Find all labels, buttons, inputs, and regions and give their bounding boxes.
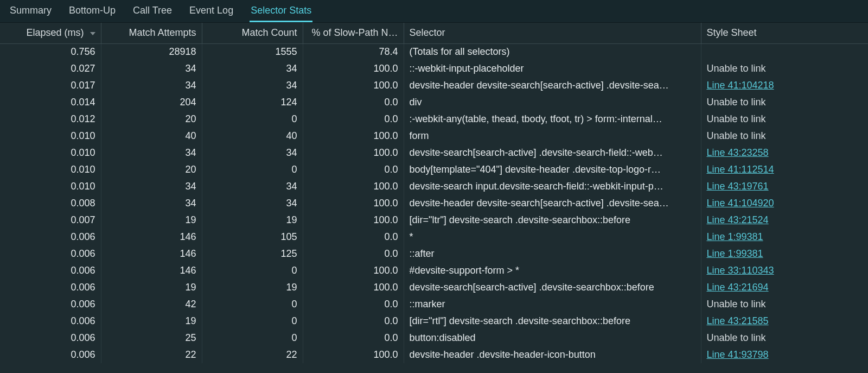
cell-elapsed: 0.006 [0, 296, 101, 313]
cell-attempts: 25 [101, 330, 202, 346]
cell-count: 0 [202, 111, 303, 128]
table-row[interactable]: 0.0103434100.0devsite-search input.devsi… [0, 178, 868, 195]
cell-count: 40 [202, 128, 303, 144]
cell-count: 0 [202, 296, 303, 313]
cell-attempts: 146 [101, 245, 202, 262]
col-header-slow[interactable]: % of Slow-Path N… [303, 23, 404, 43]
table-row[interactable]: 0.0061900.0[dir="rtl"] devsite-search .d… [0, 313, 868, 330]
cell-count: 34 [202, 60, 303, 77]
cell-slow: 0.0 [303, 94, 404, 111]
tab-label: Summary [10, 5, 52, 16]
cell-attempts: 34 [101, 60, 202, 77]
col-header-selector[interactable]: Selector [404, 23, 701, 43]
col-header-label: Elapsed (ms) [26, 27, 84, 38]
cell-selector: body[template="404"] devsite-header .dev… [404, 161, 701, 178]
cell-count: 34 [202, 178, 303, 195]
panel-tabs: SummaryBottom-UpCall TreeEvent LogSelect… [0, 0, 868, 23]
cell-slow: 0.0 [303, 313, 404, 330]
cell-attempts: 22 [101, 346, 202, 363]
cell-stylesheet: Line 43:21585 [701, 313, 868, 330]
cell-attempts: 19 [101, 279, 202, 296]
cell-elapsed: 0.006 [0, 279, 101, 296]
stylesheet-link[interactable]: Line 43:21694 [707, 282, 769, 293]
stylesheet-link[interactable]: Line 41:112514 [707, 164, 774, 175]
tab-bottom-up[interactable]: Bottom-Up [68, 0, 117, 22]
table-row[interactable]: 0.0142041240.0divUnable to link [0, 94, 868, 111]
cell-count: 34 [202, 195, 303, 212]
cell-slow: 100.0 [303, 144, 404, 161]
cell-slow: 0.0 [303, 296, 404, 313]
table-row[interactable]: 0.0273434100.0::-webkit-input-placeholde… [0, 60, 868, 77]
tab-selector-stats[interactable]: Selector Stats [250, 0, 312, 22]
cell-elapsed: 0.006 [0, 229, 101, 245]
tab-label: Call Tree [133, 5, 172, 16]
cell-elapsed: 0.010 [0, 128, 101, 144]
table-row[interactable]: 0.0061461250.0::afterLine 1:99381 [0, 245, 868, 262]
table-row[interactable]: 0.0104040100.0formUnable to link [0, 128, 868, 144]
cell-slow: 100.0 [303, 195, 404, 212]
cell-attempts: 20 [101, 111, 202, 128]
stylesheet-link[interactable]: Line 41:104920 [707, 198, 774, 208]
stylesheet-text: Unable to link [707, 332, 766, 343]
tab-label: Event Log [189, 5, 233, 16]
stylesheet-link[interactable]: Line 43:23258 [707, 147, 769, 158]
cell-count: 19 [202, 212, 303, 229]
cell-selector: [dir="ltr"] devsite-search .devsite-sear… [404, 212, 701, 229]
cell-selector: * [404, 229, 701, 245]
tab-summary[interactable]: Summary [9, 0, 53, 22]
table-row[interactable]: 0.0103434100.0devsite-search[search-acti… [0, 144, 868, 161]
cell-stylesheet: Unable to link [701, 111, 868, 128]
stylesheet-link[interactable]: Line 41:93798 [707, 349, 769, 360]
cell-stylesheet: Line 43:19761 [701, 178, 868, 195]
table-row[interactable]: 0.0061919100.0devsite-search[search-acti… [0, 279, 868, 296]
stylesheet-link[interactable]: Line 41:104218 [707, 80, 774, 91]
cell-attempts: 204 [101, 94, 202, 111]
stylesheet-link[interactable]: Line 1:99381 [707, 248, 763, 259]
stylesheet-link[interactable]: Line 1:99381 [707, 231, 763, 242]
stylesheet-link[interactable]: Line 43:21585 [707, 315, 769, 326]
cell-slow: 0.0 [303, 161, 404, 178]
cell-slow: 78.4 [303, 43, 404, 60]
cell-stylesheet: Line 41:93798 [701, 346, 868, 363]
cell-selector: ::-webkit-input-placeholder [404, 60, 701, 77]
table-row[interactable]: 0.75628918155578.4(Totals for all select… [0, 43, 868, 60]
sort-descending-icon [90, 32, 95, 35]
col-header-elapsed[interactable]: Elapsed (ms) [0, 23, 101, 43]
table-row[interactable]: 0.0062500.0button:disabledUnable to link [0, 330, 868, 346]
cell-slow: 100.0 [303, 212, 404, 229]
cell-slow: 100.0 [303, 178, 404, 195]
cell-selector: devsite-header devsite-search[search-act… [404, 195, 701, 212]
cell-slow: 100.0 [303, 346, 404, 363]
table-row[interactable]: 0.0061461050.0*Line 1:99381 [0, 229, 868, 245]
table-row[interactable]: 0.0173434100.0devsite-header devsite-sea… [0, 77, 868, 94]
cell-slow: 100.0 [303, 60, 404, 77]
stylesheet-link[interactable]: Line 33:110343 [707, 265, 774, 276]
cell-stylesheet: Line 1:99381 [701, 245, 868, 262]
cell-count: 0 [202, 313, 303, 330]
col-header-stylesheet[interactable]: Style Sheet [701, 23, 868, 43]
col-header-count[interactable]: Match Count [202, 23, 303, 43]
table-row[interactable]: 0.0071919100.0[dir="ltr"] devsite-search… [0, 212, 868, 229]
table-row[interactable]: 0.0061460100.0#devsite-support-form > *L… [0, 262, 868, 279]
cell-elapsed: 0.010 [0, 161, 101, 178]
cell-stylesheet: Line 41:104920 [701, 195, 868, 212]
selector-stats-panel: SummaryBottom-UpCall TreeEvent LogSelect… [0, 0, 868, 373]
table-row[interactable]: 0.0102000.0body[template="404"] devsite-… [0, 161, 868, 178]
cell-stylesheet: Line 41:112514 [701, 161, 868, 178]
cell-elapsed: 0.006 [0, 313, 101, 330]
tab-label: Bottom-Up [69, 5, 116, 16]
tab-event-log[interactable]: Event Log [188, 0, 234, 22]
stylesheet-link[interactable]: Line 43:21524 [707, 214, 769, 225]
table-row[interactable]: 0.0064200.0::markerUnable to link [0, 296, 868, 313]
cell-selector: devsite-search[search-active] .devsite-s… [404, 279, 701, 296]
cell-attempts: 146 [101, 229, 202, 245]
table-row[interactable]: 0.0062222100.0devsite-header .devsite-he… [0, 346, 868, 363]
table-row[interactable]: 0.0083434100.0devsite-header devsite-sea… [0, 195, 868, 212]
cell-stylesheet: Line 43:21694 [701, 279, 868, 296]
stylesheet-link[interactable]: Line 43:19761 [707, 181, 769, 192]
table-row[interactable]: 0.0122000.0:-webkit-any(table, thead, tb… [0, 111, 868, 128]
tab-call-tree[interactable]: Call Tree [132, 0, 173, 22]
cell-selector: ::after [404, 245, 701, 262]
col-header-attempts[interactable]: Match Attempts [101, 23, 202, 43]
stylesheet-text: Unable to link [707, 130, 766, 141]
